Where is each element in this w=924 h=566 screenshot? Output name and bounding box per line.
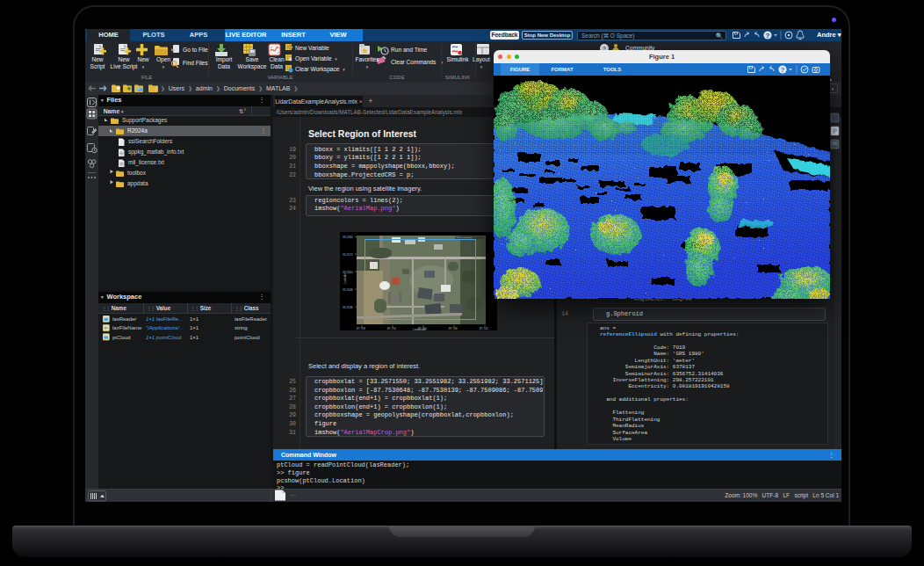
svg-text:Longitude: Longitude [413,328,426,330]
svg-text:33.2584: 33.2584 [343,236,353,239]
svg-text:-87.758: -87.758 [356,327,365,330]
svg-text:-87.746: -87.746 [448,327,458,330]
svg-text:?: ? [766,32,770,40]
svg-text:33.2536: 33.2536 [343,306,353,309]
svg-text:33.2572: 33.2572 [343,253,353,257]
svg-text:-87.742: -87.742 [479,327,488,330]
svg-text:33.2548: 33.2548 [343,288,353,292]
svg-text:Latitude: Latitude [343,273,347,284]
svg-text:?: ? [781,66,785,74]
svg-text:-87.754: -87.754 [386,327,396,330]
